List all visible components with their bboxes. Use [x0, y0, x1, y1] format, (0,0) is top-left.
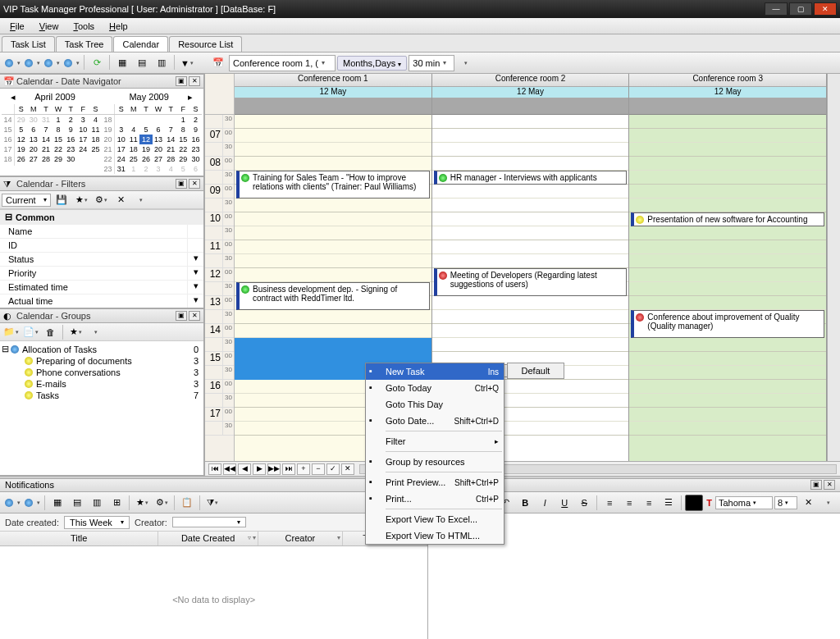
calendar-day[interactable]: 29	[15, 115, 27, 125]
calendar-day[interactable]: 16	[65, 135, 77, 144]
calendar-day[interactable]	[52, 164, 65, 166]
calendar-day[interactable]: 23	[65, 144, 77, 154]
nav-cancel[interactable]: ✕	[341, 463, 354, 475]
rte-color[interactable]	[685, 495, 703, 511]
calendar-day[interactable]: 23	[189, 144, 202, 154]
rte-align-c[interactable]: ≡	[620, 495, 638, 511]
next-month-icon[interactable]: ▸	[188, 92, 193, 103]
col-creator[interactable]: Creator▾	[258, 532, 343, 545]
calendar-event[interactable]: Meeting of Developers (Regarding latest …	[434, 268, 628, 296]
nav-add[interactable]: +	[297, 463, 310, 475]
grp-fav[interactable]: ★	[66, 324, 84, 340]
ntb-6[interactable]: ⊞	[107, 495, 126, 511]
filter-value-drop[interactable]	[187, 225, 203, 238]
tb-more[interactable]	[43, 55, 61, 71]
filter-field[interactable]: Status	[0, 253, 187, 266]
maximize-button[interactable]: ▢	[789, 2, 812, 16]
rte-font-select[interactable]: Tahoma▾	[715, 496, 773, 509]
rte-underline[interactable]: U	[555, 495, 573, 511]
col-date-created[interactable]: Date Created▿ ▾	[158, 532, 258, 545]
filter-save[interactable]: 💾	[52, 192, 71, 208]
tree-item[interactable]: Preparing of documents	[36, 356, 189, 366]
view-mode-button[interactable]: Months,Days ▾	[337, 56, 407, 71]
rte-bold[interactable]: B	[516, 495, 534, 511]
calendar-day[interactable]	[153, 115, 165, 125]
calendar-day[interactable]: 21	[39, 144, 52, 154]
filter-value-drop[interactable]	[187, 239, 203, 252]
nav-next-page[interactable]: ▶▶	[267, 463, 281, 475]
calendar-day[interactable]	[65, 164, 77, 166]
ntb-1[interactable]	[3, 495, 21, 511]
calendar-day[interactable]: 20	[153, 144, 165, 154]
calendar-day[interactable]: 17	[2, 144, 15, 154]
calendar-day[interactable]: 3	[115, 125, 127, 135]
calendar-day[interactable]: 22	[102, 154, 115, 164]
interval-dropdown[interactable]: 30 min▾	[409, 55, 454, 71]
tb-edit[interactable]	[23, 55, 41, 71]
panel-close-icon[interactable]: ✕	[189, 179, 200, 189]
calendar-day[interactable]: 29	[52, 154, 65, 164]
calendar-day[interactable]: 30	[65, 154, 77, 164]
panel-close-icon[interactable]: ✕	[189, 311, 200, 321]
panel-pin-icon[interactable]: ▣	[176, 76, 187, 86]
calendar-day[interactable]: 5	[15, 125, 27, 135]
tab-calendar[interactable]: Calendar	[113, 36, 168, 52]
calendar-day[interactable]: 27	[27, 154, 39, 164]
calendar-day[interactable]: 5	[177, 164, 189, 174]
calendar-day[interactable]: 20	[102, 135, 115, 144]
grp-del[interactable]: 🗑	[41, 324, 59, 340]
calendar-day[interactable]	[127, 115, 139, 125]
calendar-day[interactable]: 3	[153, 164, 165, 174]
calendar-day[interactable]: 9	[65, 125, 77, 135]
ntb-3[interactable]: ▦	[48, 495, 66, 511]
calendar-day[interactable]: 7	[165, 125, 177, 135]
calendar-day[interactable]: 15	[52, 135, 65, 144]
calendar-day[interactable]	[77, 164, 89, 166]
minimize-button[interactable]: —	[765, 2, 788, 16]
calendar-day[interactable]	[15, 164, 27, 166]
menu-tools[interactable]: Tools	[66, 20, 101, 33]
calendar-day[interactable]: 3	[77, 115, 89, 125]
context-menu-item[interactable]: ▪New TaskIns	[366, 363, 504, 380]
calendar-day[interactable]: 17	[77, 135, 89, 144]
context-menu-item[interactable]: ▪Print...Ctrl+P	[366, 491, 504, 507]
calendar-day[interactable]: 31	[39, 115, 52, 125]
filter-field[interactable]: Estimated time	[0, 281, 187, 294]
col-title[interactable]: Title	[0, 532, 158, 545]
tb-cal-today[interactable]: 📅	[209, 55, 227, 71]
calendar-day[interactable]: 18	[89, 135, 102, 144]
calendar-day[interactable]: 10	[77, 125, 89, 135]
context-menu-item[interactable]: Filter▸	[366, 433, 504, 450]
calendar-day[interactable]: 13	[153, 135, 165, 144]
calendar-day[interactable]: 11	[127, 135, 139, 144]
tab-task-tree[interactable]: Task Tree	[56, 36, 113, 52]
calendar-day[interactable]: 24	[115, 154, 127, 164]
context-menu-item[interactable]: ▪Goto TodayCtrl+Q	[366, 380, 504, 396]
calendar-event[interactable]: Conference about improvement of Quality …	[631, 310, 824, 338]
calendar-day[interactable]: 8	[52, 125, 65, 135]
calendar-day[interactable]: 18	[127, 144, 139, 154]
calendar-day[interactable]	[89, 164, 102, 166]
filter-opt[interactable]: ⚙	[92, 192, 110, 208]
close-button[interactable]: ✕	[814, 2, 837, 16]
calendar-day[interactable]: 2	[189, 115, 202, 125]
calendar-day[interactable]: 14	[39, 135, 52, 144]
calendar-day[interactable]: 4	[127, 125, 139, 135]
calendar-event[interactable]: Business development dep. - Signing of c…	[236, 282, 430, 310]
tab-task-list[interactable]: Task List	[2, 36, 55, 52]
context-menu-item[interactable]: ▪Group by resources	[366, 454, 504, 470]
panel-pin-icon[interactable]: ▣	[176, 311, 187, 321]
filter-section-common[interactable]: ⊟Common	[0, 210, 203, 224]
calendar-day[interactable]: 22	[177, 144, 189, 154]
calendar-day[interactable]: 17	[115, 144, 127, 154]
panel-pin-icon[interactable]: ▣	[810, 480, 822, 490]
filter-value-drop[interactable]: ▾	[187, 267, 203, 280]
calendar-day[interactable]: 25	[127, 154, 139, 164]
tb-new[interactable]	[3, 55, 21, 71]
calendar-day[interactable]: 12	[15, 135, 27, 144]
context-menu-item[interactable]: ▪Print Preview...Shift+Ctrl+P	[366, 474, 504, 491]
calendar-day[interactable]: 31	[115, 164, 127, 174]
calendar-day[interactable]: 4	[165, 164, 177, 174]
calendar-day[interactable]: 6	[189, 164, 202, 174]
ntb-5[interactable]: ▥	[88, 495, 106, 511]
